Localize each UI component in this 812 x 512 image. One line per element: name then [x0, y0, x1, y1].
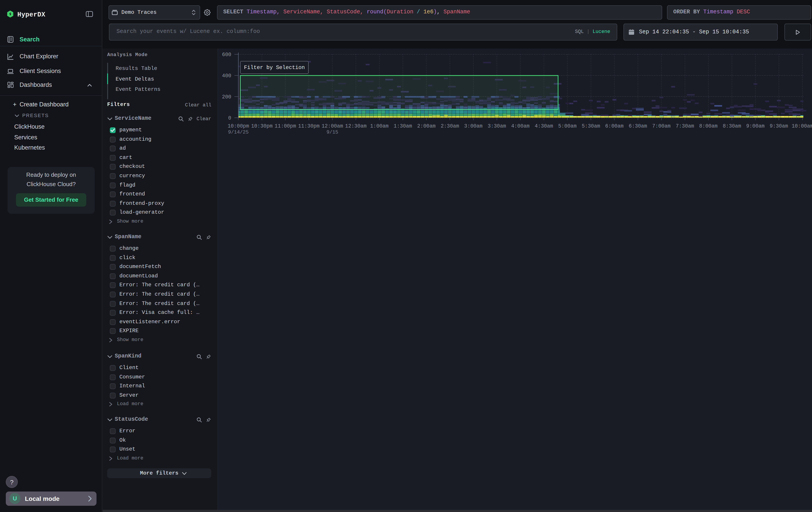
- svg-text:7:00am: 7:00am: [652, 123, 671, 129]
- svg-text:8:00am: 8:00am: [699, 123, 718, 129]
- svg-text:4:00am: 4:00am: [511, 123, 530, 129]
- svg-text:9/14/25: 9/14/25: [228, 130, 249, 135]
- svg-text:10:00am: 10:00am: [791, 123, 812, 129]
- svg-text:1:00am: 1:00am: [370, 123, 389, 129]
- svg-text:11:00pm: 11:00pm: [274, 123, 296, 129]
- svg-text:200: 200: [222, 94, 231, 100]
- svg-text:5:30am: 5:30am: [582, 123, 600, 129]
- svg-text:2:30am: 2:30am: [441, 123, 459, 129]
- svg-text:12:00am: 12:00am: [321, 123, 343, 129]
- svg-text:5:00am: 5:00am: [558, 123, 577, 129]
- svg-text:9/15: 9/15: [326, 130, 338, 135]
- svg-text:11:30pm: 11:30pm: [298, 123, 320, 129]
- svg-text:12:30am: 12:30am: [345, 123, 367, 129]
- svg-text:6:00am: 6:00am: [605, 123, 624, 129]
- svg-text:7:30am: 7:30am: [676, 123, 694, 129]
- svg-text:0: 0: [228, 115, 231, 121]
- svg-text:600: 600: [222, 52, 231, 58]
- svg-text:9:00am: 9:00am: [746, 123, 765, 129]
- svg-text:10:30pm: 10:30pm: [251, 123, 272, 129]
- svg-text:10:00pm: 10:00pm: [228, 123, 249, 129]
- svg-text:1:30am: 1:30am: [394, 123, 412, 129]
- svg-text:9:30am: 9:30am: [770, 123, 788, 129]
- svg-text:6:30am: 6:30am: [629, 123, 647, 129]
- svg-text:3:30am: 3:30am: [488, 123, 506, 129]
- svg-text:4:30am: 4:30am: [535, 123, 553, 129]
- svg-text:8:30am: 8:30am: [723, 123, 741, 129]
- svg-text:400: 400: [222, 73, 231, 79]
- svg-text:2:00am: 2:00am: [417, 123, 436, 129]
- svg-text:3:00am: 3:00am: [464, 123, 483, 129]
